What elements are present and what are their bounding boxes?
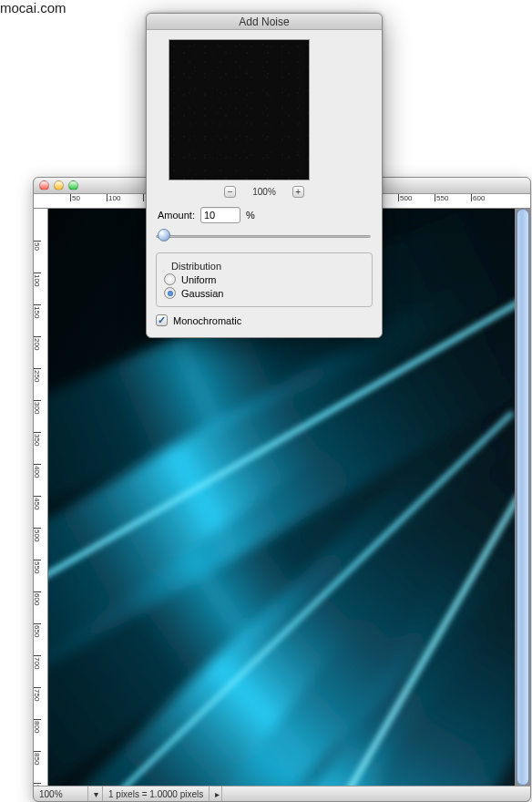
status-zoom[interactable]: 100% bbox=[34, 787, 88, 801]
ruler-tick: 600 bbox=[34, 591, 41, 605]
slider-thumb[interactable] bbox=[158, 229, 170, 242]
ruler-tick: 650 bbox=[34, 623, 41, 637]
ruler-tick: 300 bbox=[34, 400, 41, 414]
amount-input[interactable] bbox=[200, 207, 240, 223]
uniform-option[interactable]: Uniform bbox=[164, 273, 364, 285]
uniform-label: Uniform bbox=[181, 274, 217, 285]
monochromatic-option[interactable]: Monochromatic bbox=[156, 314, 373, 326]
zoom-out-button[interactable]: − bbox=[224, 186, 236, 198]
ruler-tick: 400 bbox=[34, 464, 41, 478]
amount-slider[interactable] bbox=[156, 229, 373, 243]
amount-unit: % bbox=[246, 210, 255, 221]
ruler-tick: 500 bbox=[34, 528, 41, 541]
ruler-tick: 550 bbox=[435, 194, 448, 201]
distribution-group: Distribution Uniform Gaussian bbox=[156, 252, 373, 307]
slider-track bbox=[156, 235, 371, 238]
ruler-tick: 100 bbox=[34, 272, 41, 286]
ruler-tick: 500 bbox=[398, 194, 412, 201]
ruler-tick: 750 bbox=[34, 687, 41, 701]
ruler-tick: 800 bbox=[34, 719, 41, 733]
ruler-tick: 700 bbox=[34, 655, 41, 669]
zoom-in-button[interactable]: + bbox=[292, 186, 304, 198]
status-menu-icon[interactable]: ▾ bbox=[88, 787, 103, 801]
ruler-tick: 50 bbox=[34, 241, 41, 251]
ruler-tick: 150 bbox=[34, 304, 41, 318]
ruler-tick: 50 bbox=[70, 194, 80, 201]
preview-thumbnail[interactable] bbox=[169, 39, 310, 180]
ruler-tick: 850 bbox=[34, 751, 41, 765]
ruler-tick: 250 bbox=[34, 368, 41, 382]
ruler-tick: 550 bbox=[34, 560, 41, 573]
noise-preview-image bbox=[169, 40, 309, 180]
dialog-title[interactable]: Add Noise bbox=[147, 14, 382, 30]
status-bar: 100% ▾ 1 pixels = 1.0000 pixels ▸ bbox=[34, 786, 530, 801]
add-noise-dialog: Add Noise − 100% + Amount: % Distributio… bbox=[146, 13, 383, 338]
gaussian-label: Gaussian bbox=[181, 288, 223, 299]
distribution-legend: Distribution bbox=[168, 261, 225, 272]
vertical-scrollbar[interactable] bbox=[517, 209, 529, 786]
status-flyout-icon[interactable]: ▸ bbox=[210, 787, 222, 801]
ruler-tick: 100 bbox=[107, 194, 120, 201]
watermark-text: mocai.com bbox=[0, 0, 66, 15]
ruler-tick: 200 bbox=[34, 336, 41, 350]
monochromatic-checkbox[interactable] bbox=[156, 314, 168, 326]
ruler-tick: 350 bbox=[34, 432, 41, 446]
monochromatic-label: Monochromatic bbox=[173, 315, 241, 326]
gaussian-option[interactable]: Gaussian bbox=[164, 287, 364, 299]
ruler-tick: 450 bbox=[34, 496, 41, 509]
ruler-tick: 600 bbox=[471, 194, 485, 201]
status-info: 1 pixels = 1.0000 pixels bbox=[103, 787, 210, 801]
amount-label: Amount: bbox=[158, 210, 195, 221]
vertical-ruler[interactable]: 50 100 150 200 250 300 350 400 450 500 5… bbox=[34, 209, 48, 786]
uniform-radio[interactable] bbox=[164, 273, 176, 285]
gaussian-radio[interactable] bbox=[164, 287, 176, 299]
zoom-level: 100% bbox=[252, 187, 276, 197]
